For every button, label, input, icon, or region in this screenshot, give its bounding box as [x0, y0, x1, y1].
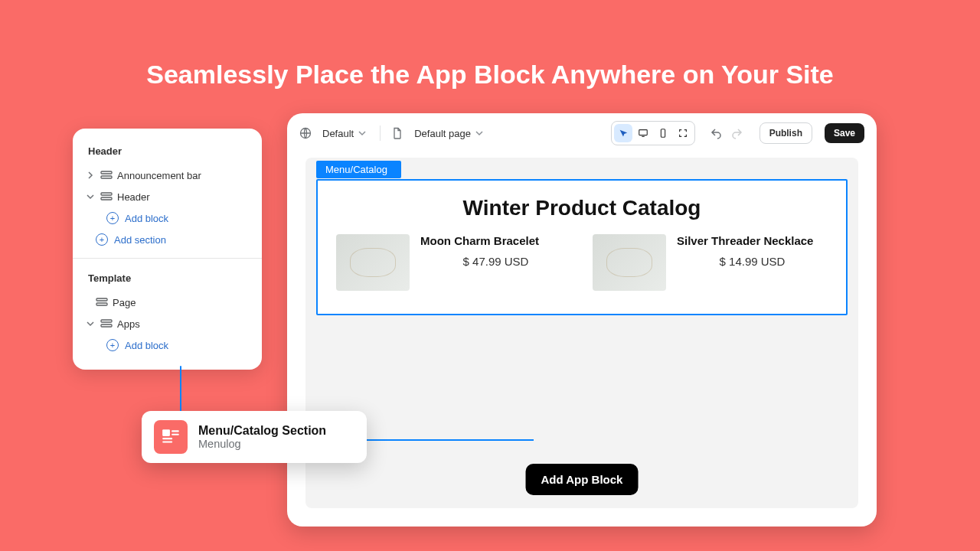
product-image	[336, 234, 410, 291]
svg-rect-1	[101, 176, 112, 178]
svg-rect-12	[172, 430, 179, 432]
catalog-heading: Winter Product Catalog	[336, 196, 828, 220]
page-dropdown[interactable]: Default page	[411, 125, 486, 142]
menu-catalog-block[interactable]: Winter Product Catalog Moon Charm Bracel…	[316, 179, 848, 315]
page-name: Default page	[414, 128, 471, 139]
product-name: Moon Charm Bracelet	[420, 234, 571, 247]
svg-rect-9	[639, 130, 647, 135]
section-icon	[100, 318, 113, 330]
product-price: $ 47.99 USD	[420, 255, 571, 268]
undo-button[interactable]	[709, 126, 724, 141]
product-card[interactable]: Silver Threader Necklace $ 14.99 USD	[593, 234, 828, 291]
sidebar-item-label: Header	[117, 191, 250, 203]
sidebar-item-announcement-bar[interactable]: Announcement bar	[80, 165, 254, 186]
plus-circle-icon: +	[106, 339, 119, 351]
svg-rect-14	[162, 438, 172, 439]
sidebar-item-page[interactable]: Page	[80, 292, 254, 313]
sidebar-item-label: Apps	[117, 318, 250, 330]
add-block-link-apps[interactable]: + Add block	[80, 334, 254, 356]
chevron-down-icon	[85, 193, 96, 201]
fullscreen-view-button[interactable]	[674, 124, 692, 142]
plus-circle-icon: +	[96, 233, 108, 246]
hero-title: Seamlessly Place the App Block Anywhere …	[0, 60, 980, 90]
popover-title: Menu/Catalog Section	[198, 424, 326, 438]
sidebar-item-label: Page	[113, 297, 250, 308]
desktop-view-button[interactable]	[634, 124, 652, 142]
product-card[interactable]: Moon Charm Bracelet $ 47.99 USD	[336, 234, 571, 291]
theme-editor-sidebar: Header Announcement bar Header + Add blo…	[73, 129, 262, 370]
theme-dropdown[interactable]: Default	[319, 125, 369, 142]
sidebar-item-label: Announcement bar	[117, 170, 250, 181]
product-price: $ 14.99 USD	[677, 255, 828, 268]
sidebar-group-header: Header	[80, 139, 254, 165]
svg-rect-5	[96, 303, 107, 305]
product-name: Silver Threader Necklace	[677, 234, 828, 247]
svg-rect-6	[101, 320, 112, 322]
add-section-label: Add section	[114, 234, 166, 246]
section-icon	[100, 169, 113, 181]
add-block-label: Add block	[125, 213, 168, 224]
add-block-label: Add block	[125, 340, 168, 351]
chevron-right-icon	[85, 171, 96, 179]
sidebar-group-template: Template	[80, 266, 254, 292]
connector-line	[367, 439, 534, 441]
editor-topbar: Default Default page	[287, 113, 877, 153]
add-section-link[interactable]: + Add section	[80, 229, 254, 250]
popover-subtitle: Menulog	[198, 438, 326, 450]
section-icon	[100, 191, 113, 203]
selected-block-tab[interactable]: Menu/Catalog	[316, 161, 401, 178]
theme-editor-main: Default Default page	[287, 113, 877, 527]
svg-rect-10	[661, 129, 665, 138]
svg-rect-0	[101, 171, 112, 174]
add-app-block-button[interactable]: Add App Block	[526, 464, 639, 495]
svg-rect-13	[172, 434, 179, 435]
svg-rect-11	[162, 429, 170, 436]
publish-button[interactable]: Publish	[760, 122, 812, 144]
svg-rect-7	[101, 324, 112, 327]
svg-rect-15	[162, 441, 172, 442]
sidebar-item-header[interactable]: Header	[80, 186, 254, 207]
globe-icon	[299, 127, 312, 139]
app-block-popover[interactable]: Menu/Catalog Section Menulog	[142, 411, 367, 463]
editor-canvas: Menu/Catalog Winter Product Catalog Moon…	[305, 158, 858, 508]
product-image	[593, 234, 666, 291]
app-icon	[154, 420, 188, 454]
device-toggle-group	[611, 121, 695, 145]
svg-rect-3	[101, 197, 112, 200]
svg-rect-2	[101, 193, 112, 195]
plus-circle-icon: +	[106, 212, 119, 224]
svg-rect-4	[96, 298, 107, 301]
mobile-view-button[interactable]	[654, 124, 672, 142]
section-icon	[96, 296, 108, 308]
theme-name: Default	[322, 128, 354, 139]
connector-line	[180, 366, 181, 412]
redo-button	[729, 126, 744, 141]
page-icon	[391, 127, 403, 139]
sidebar-item-apps[interactable]: Apps	[80, 313, 254, 334]
inspector-toggle[interactable]	[614, 124, 632, 142]
save-button[interactable]: Save	[825, 123, 864, 143]
chevron-down-icon	[85, 320, 96, 328]
add-block-link[interactable]: + Add block	[80, 207, 254, 229]
